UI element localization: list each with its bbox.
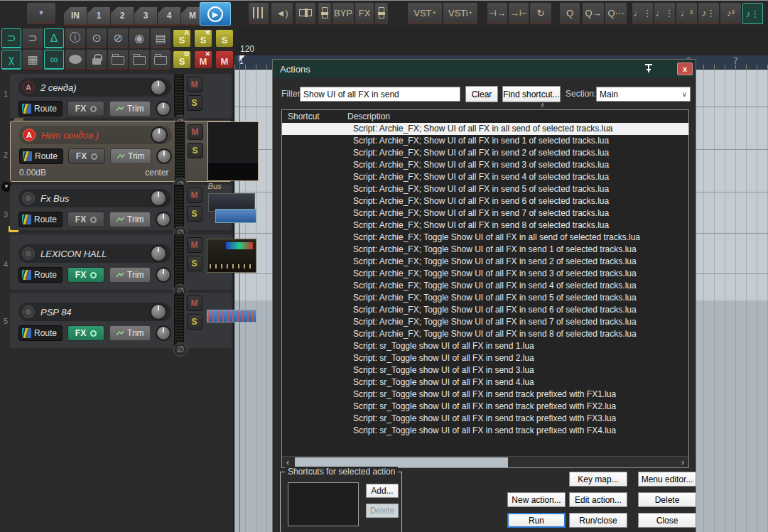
scrollbar-thumb[interactable]: [295, 457, 508, 467]
toolbar-dropdown-button[interactable]: ▼: [27, 3, 55, 24]
delete-shortcut-button[interactable]: Delete: [366, 504, 399, 518]
mute-badge[interactable]: M: [216, 51, 233, 68]
action-list[interactable]: Shortcut Description Script: Archie_FX; …: [281, 109, 689, 468]
route-button[interactable]: Route: [18, 267, 63, 283]
fader-horizontal-icon[interactable]: [296, 3, 315, 24]
mute-button[interactable]: M: [187, 188, 202, 203]
vsti-button[interactable]: VSTi+: [443, 3, 477, 24]
edit-action-button[interactable]: Edit action...: [569, 492, 627, 507]
note-eighth-triplet-icon[interactable]: ♪³: [720, 3, 741, 24]
action-row[interactable]: Script: Archie_FX; Show UI of all FX in …: [282, 195, 688, 207]
action-row[interactable]: Script: Archie_FX; Show UI of all FX in …: [282, 219, 688, 232]
volume-knob[interactable]: [150, 303, 167, 320]
track-3[interactable]: Fx Bus Route FX Trim M S Bus: [10, 185, 232, 230]
magnet-arrows-icon[interactable]: ⊃: [23, 28, 43, 48]
move-cursor-right-icon[interactable]: →⊢: [509, 3, 529, 24]
action-row[interactable]: Script: sr_Toggle show UI of all FX in s…: [282, 364, 688, 376]
record-arm-badge[interactable]: A: [23, 129, 36, 141]
track-5[interactable]: PSP 84 Route FX Trim M S: [10, 293, 232, 348]
action-row[interactable]: Script: sr_Toggle show UI of all FX in s…: [282, 340, 688, 352]
solo-button[interactable]: S: [187, 256, 202, 271]
clear-button[interactable]: Clear: [465, 86, 498, 102]
track-4[interactable]: LEXICON HALL Route FX Trim M S: [10, 234, 232, 290]
volume-knob[interactable]: [150, 245, 167, 262]
action-row[interactable]: Script: Archie_FX; Show UI of all FX in …: [282, 159, 688, 171]
fader-vertical-icon[interactable]: [318, 3, 331, 24]
new-action-button[interactable]: New action...: [507, 492, 566, 507]
track-name[interactable]: LEXICON HALL: [40, 249, 150, 259]
track-2-name-row[interactable]: A Нет сендов ): [19, 126, 172, 144]
action-row[interactable]: Script: Archie_FX; Toggle Show UI of all…: [282, 232, 688, 244]
action-row[interactable]: Script: Archie_FX; Toggle Show UI of all…: [282, 244, 688, 256]
action-row[interactable]: Script: Archie_FX; Toggle Show UI of all…: [282, 316, 688, 328]
section-select[interactable]: Main ∨: [596, 87, 691, 102]
solo-button[interactable]: S: [187, 95, 202, 111]
eye-off-icon[interactable]: ⊘: [108, 28, 128, 48]
action-row[interactable]: Script: sr_Toggle show UI of all FX in s…: [282, 376, 688, 389]
action-row[interactable]: Script: Archie_FX; Toggle Show UI of all…: [282, 292, 688, 304]
mixer-icon[interactable]: [249, 3, 269, 24]
phase-button[interactable]: ∅: [173, 342, 188, 357]
pan-knob[interactable]: [156, 325, 171, 341]
track-3-name-row[interactable]: Fx Bus: [18, 189, 171, 207]
crossfade-icon[interactable]: χ: [1, 50, 21, 70]
action-row[interactable]: Script: Archie_FX; Show UI of all FX in …: [282, 135, 688, 147]
run-button[interactable]: Run: [507, 513, 566, 528]
action-row[interactable]: Script: Archie_FX; Show UI of all FX in …: [282, 147, 688, 159]
filter-input[interactable]: [300, 87, 460, 102]
tab-1[interactable]: 1: [87, 7, 110, 26]
eye-icon[interactable]: ◉: [129, 28, 149, 48]
solo-a-badge[interactable]: SA: [173, 30, 190, 47]
mute-button[interactable]: M: [187, 77, 202, 92]
info-icon[interactable]: ⓘ: [65, 28, 85, 48]
pan-knob[interactable]: [156, 101, 171, 116]
mute-button[interactable]: M: [188, 124, 203, 140]
column-shortcut[interactable]: Shortcut: [282, 112, 347, 121]
key-map-button[interactable]: Key map...: [569, 472, 627, 487]
dialog-titlebar[interactable]: Actions: [273, 60, 696, 78]
menu-editor-button[interactable]: Menu editor...: [638, 472, 696, 487]
note-quarter-icon[interactable]: ♩⋮: [654, 3, 675, 24]
bypass-button[interactable]: BYP: [332, 3, 354, 24]
volume-knob[interactable]: [150, 79, 167, 96]
vst-button[interactable]: VST+: [408, 3, 442, 24]
find-shortcut-button[interactable]: Find shortcut...: [502, 86, 561, 102]
track-name[interactable]: Нет сендов ): [41, 130, 151, 141]
eye-frame-icon[interactable]: ⊙: [87, 28, 107, 48]
folder-open-icon[interactable]: [151, 50, 171, 70]
action-row[interactable]: Script: Archie_FX; Show UI of all FX in …: [282, 123, 688, 135]
action-row[interactable]: Script: Archie_FX; Show UI of all FX in …: [282, 207, 688, 219]
fx-button[interactable]: FX: [67, 325, 104, 341]
action-row[interactable]: Script: Archie_FX; Toggle Show UI of all…: [282, 256, 688, 268]
solo-badge[interactable]: S: [216, 30, 233, 47]
pan-knob[interactable]: [156, 267, 171, 283]
mute-button[interactable]: M: [187, 237, 202, 253]
scroll-right-arrow[interactable]: ›: [677, 457, 688, 468]
trim-button[interactable]: Trim: [110, 148, 151, 164]
quantize-dots-icon[interactable]: Q⋯: [605, 3, 627, 24]
trim-button[interactable]: Trim: [109, 325, 151, 341]
action-row[interactable]: Script: Archie_FX; Show UI of all FX in …: [282, 171, 688, 183]
solo-d-badge[interactable]: SD: [173, 51, 190, 68]
tab-2[interactable]: 2: [111, 7, 134, 26]
track-1[interactable]: A 2 сенда) Route FX Trim M S: [10, 74, 232, 118]
pin-icon[interactable]: [643, 63, 654, 75]
route-button[interactable]: Route: [18, 101, 63, 116]
pan-knob[interactable]: [156, 148, 172, 164]
mute-x-badge[interactable]: M✕: [195, 51, 212, 68]
horizontal-scrollbar[interactable]: ‹ ›: [282, 456, 688, 467]
folder-stack-icon[interactable]: [129, 50, 149, 70]
solo-button[interactable]: S: [187, 206, 202, 222]
action-row[interactable]: Script: sr_Toggle show UI of all FX in s…: [282, 352, 688, 364]
track-1-name-row[interactable]: A 2 сенда): [18, 78, 171, 97]
add-button[interactable]: Add...: [366, 484, 399, 498]
note-triplet-icon[interactable]: ♩³: [676, 3, 697, 24]
close-button[interactable]: x: [677, 63, 693, 75]
volume-knob[interactable]: [150, 190, 167, 207]
fx-button[interactable]: FX: [68, 148, 105, 164]
track-4-name-row[interactable]: LEXICON HALL: [18, 244, 171, 263]
record-arm-badge[interactable]: [22, 192, 35, 205]
fx-button[interactable]: FX: [67, 101, 104, 116]
tab-3[interactable]: 3: [134, 7, 157, 26]
track-name[interactable]: 2 сенда): [40, 82, 150, 93]
